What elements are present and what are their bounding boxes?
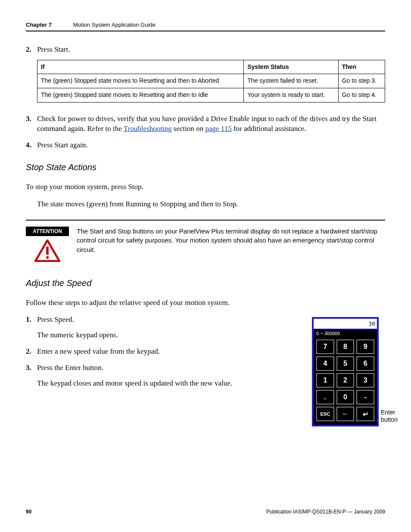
step-number: 3. — [26, 363, 37, 389]
table-cell: The system failed to reset. — [244, 74, 338, 88]
attention-block: ATTENTION The Start and Stop buttons on … — [26, 227, 385, 266]
page-number: 90 — [26, 509, 31, 515]
adjust-heading: Adjust the Speed — [26, 278, 385, 288]
publication-info: Publication IASIMP-QS011B-EN-P — January… — [266, 509, 385, 515]
troubleshooting-link[interactable]: Troubleshooting — [124, 124, 172, 133]
attention-label: ATTENTION — [26, 227, 69, 236]
enter-button-callout: Enter button — [381, 409, 398, 423]
step-2: 2. Press Start. If System Status Then Th… — [26, 44, 385, 104]
key-esc[interactable]: ESC — [316, 407, 334, 421]
key-4[interactable]: 4 — [316, 356, 334, 371]
step-3: 3. Check for power to drives, verify tha… — [26, 114, 385, 134]
key-enter[interactable]: ↵ — [356, 407, 374, 421]
stop-heading: Stop State Actions — [26, 162, 385, 172]
step-number: 2. — [26, 44, 37, 104]
key-5[interactable]: 5 — [336, 356, 355, 371]
key-7[interactable]: 7 — [316, 339, 334, 354]
table-cell: Your system is ready to start. — [244, 88, 338, 102]
key-6[interactable]: 6 — [356, 356, 374, 371]
stop-body-indent: The state moves (green) from Running to … — [37, 199, 385, 209]
key-1[interactable]: 1 — [316, 373, 334, 388]
step-number: 2. — [26, 346, 37, 357]
key-backspace[interactable]: ← — [336, 407, 355, 421]
step-subtext: The keypad closes and motor speed is upd… — [37, 378, 303, 389]
step-text: Check for power to drives, verify that y… — [37, 114, 385, 134]
keypad-range: 0 ~ 300000 — [314, 330, 377, 339]
page-link[interactable]: page 115 — [205, 124, 231, 133]
step-subtext: The numeric keypad opens. — [37, 330, 303, 340]
step-text: Enter a new speed value from the keypad. — [37, 346, 303, 357]
numeric-keypad: 30 0 ~ 300000 7 8 9 4 5 6 1 2 3 . 0 - ES… — [312, 317, 379, 426]
warning-icon — [34, 240, 60, 262]
table-header-then: Then — [338, 60, 385, 74]
adjust-steps: 1. Press Speed. The numeric keypad opens… — [26, 314, 303, 388]
step-4: 4. Press Start again. — [26, 140, 385, 150]
svg-rect-1 — [46, 246, 49, 255]
step-text: Press Start again. — [37, 140, 385, 150]
table-header-if: If — [37, 60, 244, 74]
chapter-title: Motion System Application Guide — [73, 22, 156, 28]
key-0[interactable]: 0 — [336, 390, 355, 404]
table-cell: Go to step 4. — [338, 88, 385, 102]
table-row: The (green) Stopped state moves to Reset… — [37, 88, 385, 102]
key-dot[interactable]: . — [316, 390, 334, 404]
table-cell: The (green) Stopped state moves to Reset… — [37, 88, 244, 102]
keypad-display: 30 — [314, 319, 377, 330]
key-2[interactable]: 2 — [336, 373, 355, 388]
step-text: Press the Enter button. — [37, 363, 303, 373]
key-8[interactable]: 8 — [336, 339, 355, 354]
step-text: Press Speed. — [37, 314, 303, 325]
step-list-top: 2. Press Start. If System Status Then Th… — [26, 44, 385, 104]
stop-body: To stop your motion system, press Stop. — [26, 182, 385, 192]
page-footer: 90 Publication IASIMP-QS011B-EN-P — Janu… — [26, 509, 385, 515]
key-minus[interactable]: - — [356, 390, 374, 404]
page-header: Chapter 7 Motion System Application Guid… — [26, 22, 385, 31]
table-row: The (green) Stopped state moves to Reset… — [37, 74, 385, 88]
svg-rect-2 — [46, 256, 49, 259]
step-list-mid: 3. Check for power to drives, verify tha… — [26, 114, 385, 150]
table-header-status: System Status — [244, 60, 338, 74]
status-table: If System Status Then The (green) Stoppe… — [37, 60, 385, 103]
adjust-step-1: 1. Press Speed. The numeric keypad opens… — [26, 314, 303, 340]
table-cell: Go to step 3. — [338, 74, 385, 88]
adjust-intro: Follow these steps to adjust the relativ… — [26, 298, 385, 308]
table-cell: The (green) Stopped state moves to Reset… — [37, 74, 244, 88]
adjust-step-3: 3. Press the Enter button. The keypad cl… — [26, 363, 303, 389]
step-number: 1. — [26, 314, 37, 340]
attention-text: The Start and Stop buttons on your Panel… — [77, 227, 385, 262]
step-number: 4. — [26, 140, 37, 150]
step-number: 3. — [26, 114, 37, 134]
chapter-number: Chapter 7 — [26, 22, 52, 28]
adjust-step-2: 2. Enter a new speed value from the keyp… — [26, 346, 303, 357]
step-text: Press Start. — [37, 44, 385, 55]
key-9[interactable]: 9 — [356, 339, 374, 354]
key-3[interactable]: 3 — [356, 373, 374, 388]
